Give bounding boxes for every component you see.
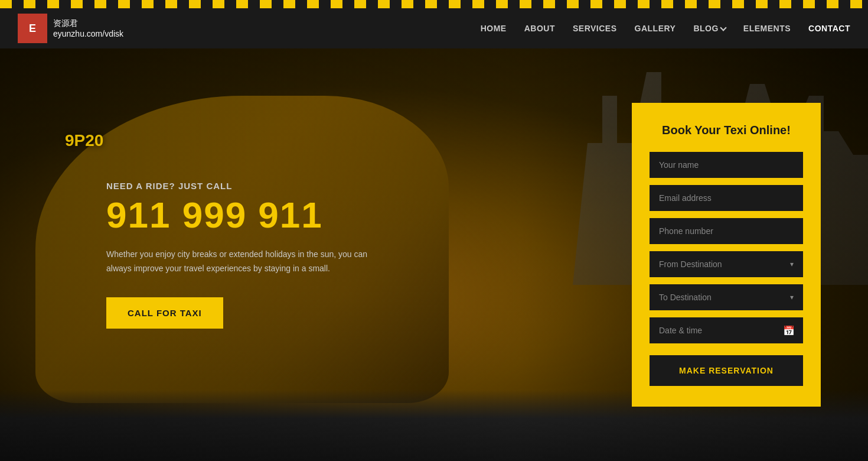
hero-phone-number: 911 999 911 [106, 197, 449, 233]
hero-section: 9P20 NEED A RIDE? JUST CALL 911 999 911 … [0, 48, 868, 461]
nav-elements[interactable]: ELEMENTS [743, 24, 791, 33]
datetime-input[interactable] [650, 317, 803, 343]
logo-area: E 资源君eyunzhu.com/vdisk [18, 14, 123, 43]
hero-left: NEED A RIDE? JUST CALL 911 999 911 Wheth… [106, 181, 449, 329]
phone-input[interactable] [650, 218, 803, 244]
to-destination-select[interactable]: To Destination New York Los Angeles Chic… [650, 284, 803, 310]
booking-form-title: Book Your Texi Online! [650, 124, 803, 137]
make-reservation-button[interactable]: MAKE RESERVATION [650, 355, 803, 386]
nav-blog[interactable]: BLOG [693, 24, 725, 33]
hero-description: Whether you enjoy city breaks or extende… [106, 248, 390, 276]
navbar: E 资源君eyunzhu.com/vdisk HOME ABOUT SERVIC… [0, 8, 868, 48]
hero-content: NEED A RIDE? JUST CALL 911 999 911 Wheth… [0, 48, 868, 461]
from-destination-select[interactable]: From Destination New York Los Angeles Ch… [650, 251, 803, 277]
nav-about[interactable]: ABOUT [524, 24, 555, 33]
logo-text: 资源君eyunzhu.com/vdisk [53, 18, 123, 38]
from-destination-wrapper: From Destination New York Los Angeles Ch… [650, 251, 803, 277]
need-a-ride-label: NEED A RIDE? JUST CALL [106, 181, 449, 191]
to-destination-wrapper: To Destination New York Los Angeles Chic… [650, 284, 803, 310]
blog-dropdown-arrow [720, 24, 726, 31]
booking-form: Book Your Texi Online! From Destination … [632, 103, 821, 407]
nav-contact[interactable]: CONTACT [808, 24, 850, 33]
name-input[interactable] [650, 152, 803, 178]
nav-home[interactable]: HOME [481, 24, 507, 33]
logo-icon: E [18, 14, 47, 43]
email-input[interactable] [650, 185, 803, 211]
nav-links: HOME ABOUT SERVICES GALLERY BLOG ELEMENT… [481, 24, 850, 33]
top-stripe [0, 0, 868, 8]
nav-gallery[interactable]: GALLERY [635, 24, 676, 33]
nav-services[interactable]: SERVICES [573, 24, 617, 33]
call-taxi-button[interactable]: CALL FOR TAXI [106, 297, 223, 329]
datetime-wrapper: 📅 [650, 317, 803, 343]
